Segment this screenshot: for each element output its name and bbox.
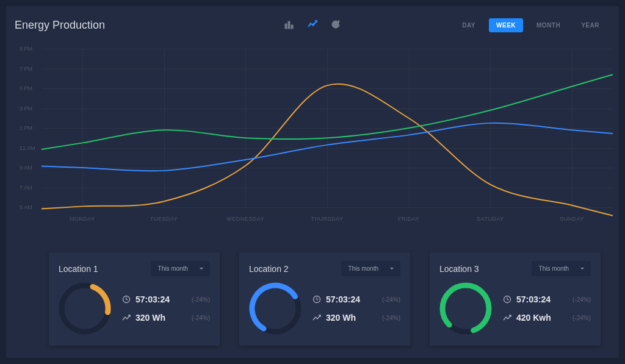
- main-chart: 5 AM7 AM9 AM11 AM1 PM3 PM5 PM7 PM9 PM MO…: [20, 49, 613, 226]
- line-chart-icon[interactable]: [308, 20, 317, 32]
- trend-up-icon: [503, 313, 511, 322]
- chart-type-switcher: [284, 20, 341, 32]
- clock-icon: [312, 295, 321, 304]
- svg-point-4: [59, 282, 111, 335]
- stat-power-delta: (-24%): [192, 315, 210, 321]
- x-tick: THURSDAY: [311, 216, 344, 222]
- stat-time-value: 57:03:24: [135, 294, 170, 304]
- stat-time-value: 57:03:24: [516, 294, 551, 304]
- range-tab-day[interactable]: DAY: [455, 18, 483, 32]
- x-tick: WEDNESDAY: [226, 216, 264, 222]
- refresh-icon[interactable]: [331, 20, 341, 32]
- y-tick: 9 AM: [20, 165, 32, 171]
- stat-time-value: 57:03:24: [326, 294, 360, 304]
- card-title: Location 1: [59, 264, 98, 274]
- chevron-down-icon: [580, 266, 585, 271]
- location-card: Location 2This month57:03:24(-24%)320 Wh…: [239, 252, 410, 346]
- trend-up-icon: [122, 313, 131, 322]
- card-title: Location 2: [249, 264, 289, 274]
- y-tick: 5 AM: [20, 204, 32, 210]
- stat-power-value: 320 Wh: [326, 313, 356, 323]
- location-card: Location 3This month57:03:24(-24%)420 Kw…: [430, 252, 601, 346]
- series-line: [42, 123, 613, 171]
- dropdown-label: This month: [349, 265, 378, 272]
- chevron-down-icon: [389, 266, 394, 271]
- header: Energy Production DAY WEEK MONTH YEAR: [6, 6, 619, 37]
- stat-power: 320 Wh(-24%): [122, 313, 210, 323]
- period-dropdown[interactable]: This month: [532, 261, 591, 276]
- stat-time: 57:03:24(-24%): [122, 294, 210, 304]
- stat-time-delta: (-24%): [192, 296, 210, 303]
- location-cards: Location 1This month57:03:24(-24%)320 Wh…: [49, 252, 601, 346]
- page-title: Energy Production: [15, 19, 105, 32]
- x-tick: SATUDAY: [477, 216, 504, 222]
- y-tick: 5 PM: [20, 85, 32, 91]
- range-tab-year[interactable]: YEAR: [574, 18, 607, 32]
- period-dropdown[interactable]: This month: [341, 261, 400, 276]
- x-tick: SUNDAY: [560, 216, 584, 222]
- y-tick: 11 AM: [20, 145, 35, 151]
- chart-lines: [42, 49, 613, 207]
- svg-point-10: [439, 282, 492, 335]
- stat-time-delta: (-24%): [573, 296, 591, 303]
- x-tick: FRIDAY: [398, 216, 419, 222]
- stat-power: 420 Kwh(-24%): [503, 313, 591, 323]
- donut-chart: [59, 282, 111, 335]
- chevron-down-icon: [199, 266, 204, 271]
- range-tabs: DAY WEEK MONTH YEAR: [455, 18, 607, 32]
- stat-time: 57:03:24(-24%): [503, 294, 591, 304]
- stat-power-delta: (-24%): [382, 315, 400, 321]
- stat-time-delta: (-24%): [382, 296, 400, 303]
- range-tab-month[interactable]: MONTH: [529, 18, 568, 32]
- dashboard-panel: Energy Production DAY WEEK MONTH YEAR 5 …: [6, 6, 619, 358]
- dropdown-label: This month: [539, 265, 569, 272]
- svg-rect-1: [288, 21, 290, 29]
- dropdown-label: This month: [158, 265, 188, 272]
- plot-area: [42, 49, 613, 207]
- donut-chart: [249, 282, 302, 335]
- y-tick: 7 AM: [20, 185, 32, 191]
- svg-rect-0: [285, 24, 287, 29]
- y-tick: 9 PM: [20, 46, 32, 52]
- x-tick: TUESDAY: [150, 216, 178, 222]
- svg-point-7: [249, 282, 302, 335]
- donut-chart: [439, 282, 492, 335]
- x-axis: MONDAYTUESDAYWEDNESDAYTHURSDAYFRIDAYSATU…: [42, 211, 613, 226]
- clock-icon: [503, 295, 511, 304]
- card-title: Location 3: [439, 264, 479, 274]
- stat-power-value: 320 Wh: [135, 313, 165, 323]
- stat-power-value: 420 Kwh: [516, 313, 551, 323]
- trend-up-icon: [312, 313, 321, 322]
- stat-power: 320 Wh(-24%): [312, 313, 400, 323]
- svg-rect-2: [291, 25, 293, 29]
- range-tab-week[interactable]: WEEK: [489, 18, 523, 32]
- y-tick: 7 PM: [20, 66, 32, 72]
- clock-icon: [122, 295, 131, 304]
- series-line: [42, 84, 613, 216]
- stat-time: 57:03:24(-24%): [312, 294, 400, 304]
- y-tick: 1 PM: [20, 125, 32, 131]
- gridline-h: [42, 207, 613, 208]
- x-tick: MONDAY: [70, 216, 95, 222]
- bar-chart-icon[interactable]: [284, 20, 294, 32]
- period-dropdown[interactable]: This month: [151, 261, 210, 276]
- location-card: Location 1This month57:03:24(-24%)320 Wh…: [49, 252, 220, 346]
- stat-power-delta: (-24%): [573, 315, 591, 321]
- y-axis: 5 AM7 AM9 AM11 AM1 PM3 PM5 PM7 PM9 PM: [20, 49, 40, 207]
- y-tick: 3 PM: [20, 105, 32, 112]
